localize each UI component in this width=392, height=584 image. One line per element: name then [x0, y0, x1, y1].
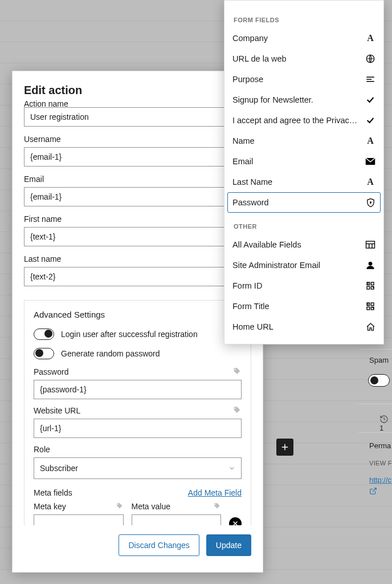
generate-random-password-toggle[interactable] [34, 348, 54, 359]
table-icon [365, 240, 375, 250]
dropdown-item-company[interactable]: CompanyA [224, 28, 383, 48]
dropdown-item-form-id[interactable]: Form ID [224, 275, 383, 296]
dropdown-item-label: Purpose [232, 75, 365, 84]
tag-icon[interactable] [232, 367, 242, 376]
dropdown-item-site-administrator-email[interactable]: Site Administrator Email [224, 255, 383, 275]
mail-icon [365, 156, 375, 167]
svg-point-16 [369, 262, 373, 266]
dropdown-item-label: Home URL [232, 322, 365, 331]
dropdown-item-i-accept-and-agree-to-the-privacy-pol[interactable]: I accept and agree to the Privacy Pol... [224, 110, 383, 131]
advanced-settings-card: Advanced Settings Login user after succe… [24, 300, 251, 544]
dropdown-item-label: Password [232, 198, 365, 207]
login-after-registration-label: Login user after successful registration [61, 330, 198, 339]
dropdown-item-label: Last Name [232, 177, 365, 186]
check-icon [365, 115, 375, 125]
qr-icon [365, 281, 375, 291]
svg-rect-25 [367, 307, 370, 310]
tag-icon[interactable] [116, 502, 124, 510]
dropdown-item-label: Form Title [232, 302, 365, 311]
svg-rect-19 [367, 286, 370, 289]
role-select-value: Subscriber [40, 464, 78, 473]
dropdown-item-label: Site Administrator Email [232, 261, 365, 270]
dropdown-item-home-url[interactable]: Home URL [224, 317, 383, 337]
dropdown-item-url-de-la-web[interactable]: URL de la web [224, 48, 383, 69]
update-button[interactable]: Update [206, 534, 251, 556]
action-name-input[interactable] [24, 107, 251, 127]
user-icon [365, 260, 375, 270]
dropdown-item-signup-for-newsletter[interactable]: Signup for Newsletter. [224, 90, 383, 110]
last-name-input[interactable] [24, 267, 251, 286]
dropdown-item-name[interactable]: NameA [224, 131, 383, 151]
tag-icon[interactable] [232, 406, 242, 415]
password-label: Password [34, 367, 68, 376]
dropdown-section-other: OTHER [224, 213, 383, 234]
check-icon [365, 95, 375, 105]
dropdown-item-last-name[interactable]: Last NameA [224, 172, 383, 192]
website-url-label: Website URL [34, 406, 80, 415]
dropdown-item-label: URL de la web [232, 54, 365, 63]
role-select[interactable]: Subscriber [34, 457, 242, 479]
username-input[interactable] [24, 147, 251, 167]
add-meta-field-link[interactable]: Add Meta Field [188, 488, 242, 497]
advanced-settings-title: Advanced Settings [34, 310, 242, 319]
first-name-input[interactable] [24, 227, 251, 246]
dropdown-item-form-title[interactable]: Form Title [224, 296, 383, 317]
website-url-input[interactable] [34, 419, 242, 438]
meta-value-label: Meta value [132, 502, 170, 511]
tag-icon[interactable] [213, 502, 221, 510]
dropdown-item-email[interactable]: Email [224, 151, 383, 172]
plus-icon [280, 442, 290, 452]
dropdown-item-label: All Available Fields [232, 240, 365, 249]
svg-rect-24 [371, 303, 374, 306]
lines-icon [365, 74, 375, 84]
email-label: Email [24, 175, 251, 184]
globe-icon [365, 54, 375, 64]
svg-rect-18 [371, 282, 374, 285]
role-label: Role [34, 445, 50, 454]
letter-a-icon: A [365, 177, 375, 187]
field-picker-dropdown: FORM FIELDS CompanyAURL de la webPurpose… [224, 0, 384, 344]
svg-rect-12 [366, 241, 375, 248]
dropdown-item-label: Company [232, 34, 365, 43]
letter-a-icon: A [365, 136, 375, 146]
dropdown-item-label: Email [232, 157, 365, 166]
dropdown-item-purpose[interactable]: Purpose [224, 69, 383, 90]
chevron-down-icon [228, 465, 235, 472]
dropdown-item-label: I accept and agree to the Privacy Pol... [232, 116, 365, 125]
dropdown-item-label: Form ID [232, 281, 365, 290]
home-icon [365, 322, 375, 332]
password-input[interactable] [34, 380, 242, 399]
dropdown-item-label: Signup for Newsletter. [232, 95, 365, 104]
generate-random-password-label: Generate random password [61, 349, 160, 358]
dropdown-item-label: Name [232, 136, 365, 145]
dropdown-item-all-available-fields[interactable]: All Available Fields [224, 234, 383, 255]
last-name-label: Last name [24, 254, 251, 263]
letter-a-icon: A [365, 33, 375, 43]
first-name-label: First name [24, 214, 251, 224]
add-block-button[interactable] [276, 439, 293, 456]
modal-footer: Discard Changes Update [13, 525, 263, 572]
shield-lock-icon [365, 197, 375, 208]
username-label: Username [24, 135, 251, 144]
svg-point-10 [370, 201, 371, 202]
action-name-label: Action name [24, 99, 251, 107]
login-after-registration-toggle[interactable] [34, 328, 54, 340]
meta-key-label: Meta key [34, 502, 66, 511]
discard-changes-button[interactable]: Discard Changes [119, 534, 199, 556]
email-input[interactable] [24, 187, 251, 206]
meta-fields-label: Meta fields [34, 488, 72, 497]
dropdown-section-form-fields: FORM FIELDS [224, 5, 383, 28]
qr-icon [365, 301, 375, 311]
dropdown-item-password[interactable]: Password [227, 192, 381, 213]
